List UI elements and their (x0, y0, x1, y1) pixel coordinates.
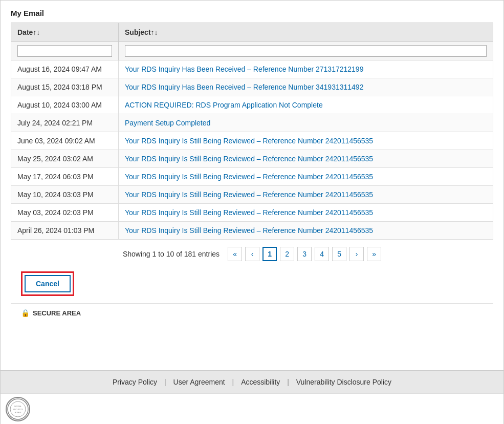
svg-text:SECURITY: SECURITY (13, 408, 24, 411)
table-row: August 10, 2024 03:00 AMACTION REQUIRED:… (11, 96, 493, 114)
subject-filter-cell (119, 42, 493, 60)
cancel-highlight: Cancel (21, 271, 74, 296)
seal-logo: SOCIAL SECURITY ADMIN (6, 397, 30, 421)
subject-link[interactable]: Your RDS Inquiry Is Still Being Reviewed… (125, 208, 373, 217)
table-row: May 25, 2024 03:02 AMYour RDS Inquiry Is… (11, 150, 493, 168)
subject-link[interactable]: Your RDS Inquiry Has Been Received – Ref… (125, 83, 363, 91)
subject-link[interactable]: Your RDS Inquiry Is Still Being Reviewed… (125, 173, 373, 181)
footer-user-agreement[interactable]: User Agreement (168, 378, 230, 386)
table-cell-subject: Payment Setup Completed (119, 114, 493, 132)
filter-row (11, 42, 493, 60)
footer: Privacy Policy | User Agreement | Access… (1, 370, 503, 393)
pagination-page-3[interactable]: 3 (297, 247, 312, 261)
pagination-info: Showing 1 to 10 of 181 entries (123, 250, 220, 258)
cancel-section: Cancel (11, 266, 493, 303)
table-cell-subject: Your RDS Inquiry Has Been Received – Ref… (119, 78, 493, 96)
pagination-prev[interactable]: ‹ (245, 247, 259, 261)
subject-link[interactable]: Your RDS Inquiry Has Been Received – Ref… (125, 65, 363, 73)
table-row: May 17, 2024 06:03 PMYour RDS Inquiry Is… (11, 168, 493, 186)
subject-link[interactable]: Your RDS Inquiry Is Still Being Reviewed… (125, 155, 373, 163)
table-header-row: Date↑↓ Subject↑↓ (11, 23, 493, 42)
pagination-first[interactable]: « (228, 247, 242, 261)
svg-text:ADMIN: ADMIN (15, 411, 21, 414)
secure-area: 🔒 SECURE AREA (11, 303, 493, 322)
bottom-bar: SOCIAL SECURITY ADMIN (1, 393, 503, 424)
footer-vulnerability-disclosure[interactable]: Vulnerability Disclosure Policy (291, 378, 397, 386)
subject-link[interactable]: ACTION REQUIRED: RDS Program Application… (125, 101, 323, 109)
col-subject-header[interactable]: Subject↑↓ (119, 23, 493, 42)
table-cell-subject: Your RDS Inquiry Is Still Being Reviewed… (119, 204, 493, 222)
subject-link[interactable]: Your RDS Inquiry Is Still Being Reviewed… (125, 137, 373, 145)
footer-accessibility[interactable]: Accessibility (236, 378, 285, 386)
footer-privacy-policy[interactable]: Privacy Policy (107, 378, 162, 386)
pagination-page-4[interactable]: 4 (315, 247, 329, 261)
table-cell-subject: Your RDS Inquiry Has Been Received – Ref… (119, 60, 493, 78)
table-cell-date: July 24, 2024 02:21 PM (11, 114, 119, 132)
table-cell-date: May 03, 2024 02:03 PM (11, 204, 119, 222)
table-cell-date: April 26, 2024 01:03 PM (11, 222, 119, 240)
col-date-header[interactable]: Date↑↓ (11, 23, 119, 42)
table-cell-subject: Your RDS Inquiry Is Still Being Reviewed… (119, 222, 493, 240)
table-cell-date: August 16, 2024 09:47 AM (11, 60, 119, 78)
table-cell-date: May 25, 2024 03:02 AM (11, 150, 119, 168)
cancel-button[interactable]: Cancel (25, 275, 71, 292)
date-filter-input[interactable] (17, 45, 112, 57)
table-row: June 03, 2024 09:02 AMYour RDS Inquiry I… (11, 132, 493, 150)
footer-sep-1: | (162, 378, 168, 386)
email-tbody: August 16, 2024 09:47 AMYour RDS Inquiry… (11, 60, 493, 240)
section-title: My Email (11, 9, 493, 17)
table-cell-date: August 15, 2024 03:18 PM (11, 78, 119, 96)
footer-sep-3: | (285, 378, 291, 386)
table-row: April 26, 2024 01:03 PMYour RDS Inquiry … (11, 222, 493, 240)
table-cell-subject: ACTION REQUIRED: RDS Program Application… (119, 96, 493, 114)
page-wrapper: My Email Date↑↓ Subject↑↓ August 16, 202… (1, 1, 503, 424)
pagination-page-2[interactable]: 2 (280, 247, 294, 261)
lock-icon: 🔒 (21, 309, 30, 317)
table-row: May 03, 2024 02:03 PMYour RDS Inquiry Is… (11, 204, 493, 222)
table-cell-subject: Your RDS Inquiry Is Still Being Reviewed… (119, 132, 493, 150)
subject-link[interactable]: Payment Setup Completed (125, 119, 210, 127)
subject-link[interactable]: Your RDS Inquiry Is Still Being Reviewed… (125, 190, 373, 199)
pagination-row: Showing 1 to 10 of 181 entries « ‹ 1 2 3… (11, 240, 493, 266)
footer-sep-2: | (230, 378, 236, 386)
main-content: My Email Date↑↓ Subject↑↓ August 16, 202… (1, 1, 503, 370)
date-filter-cell (11, 42, 119, 60)
table-cell-subject: Your RDS Inquiry Is Still Being Reviewed… (119, 168, 493, 186)
table-cell-date: June 03, 2024 09:02 AM (11, 132, 119, 150)
email-table: Date↑↓ Subject↑↓ August 16, 2024 09:47 A… (11, 23, 493, 240)
subject-link[interactable]: Your RDS Inquiry Is Still Being Reviewed… (125, 226, 373, 235)
table-cell-date: May 10, 2024 03:03 PM (11, 186, 119, 204)
table-cell-date: May 17, 2024 06:03 PM (11, 168, 119, 186)
table-row: August 15, 2024 03:18 PMYour RDS Inquiry… (11, 78, 493, 96)
svg-text:SOCIAL: SOCIAL (14, 405, 22, 408)
pagination-page-1[interactable]: 1 (262, 247, 277, 261)
table-cell-subject: Your RDS Inquiry Is Still Being Reviewed… (119, 186, 493, 204)
pagination-next[interactable]: › (349, 247, 364, 261)
pagination-last[interactable]: » (367, 247, 381, 261)
table-row: May 10, 2024 03:03 PMYour RDS Inquiry Is… (11, 186, 493, 204)
table-row: July 24, 2024 02:21 PMPayment Setup Comp… (11, 114, 493, 132)
table-cell-date: August 10, 2024 03:00 AM (11, 96, 119, 114)
subject-filter-input[interactable] (125, 45, 487, 57)
pagination-page-5[interactable]: 5 (332, 247, 346, 261)
table-row: August 16, 2024 09:47 AMYour RDS Inquiry… (11, 60, 493, 78)
table-cell-subject: Your RDS Inquiry Is Still Being Reviewed… (119, 150, 493, 168)
secure-area-label: SECURE AREA (33, 309, 81, 317)
